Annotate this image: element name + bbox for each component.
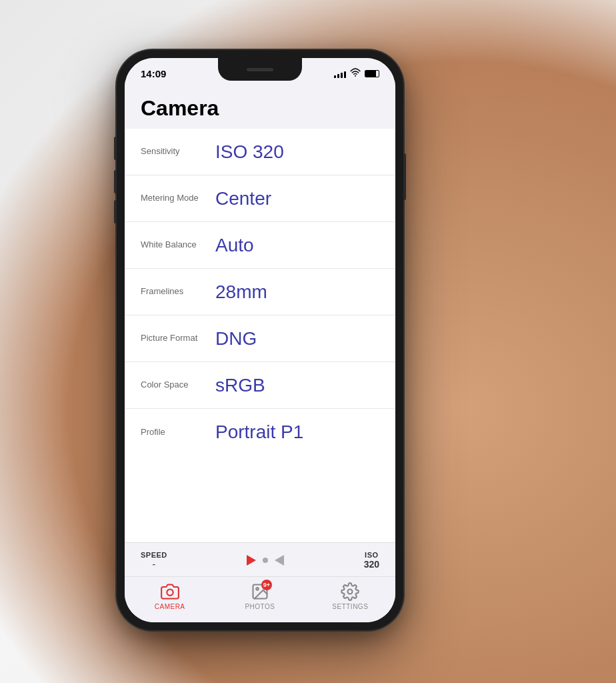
- svg-point-0: [355, 75, 356, 77]
- setting-row-color-space[interactable]: Color Space sRGB: [125, 362, 395, 409]
- photos-badge: 9+: [261, 580, 272, 590]
- scene: 14:09: [0, 0, 616, 683]
- speed-controls: [247, 555, 284, 566]
- photos-tab-label: PHOTOS: [245, 603, 275, 610]
- color-space-label: Color Space: [141, 380, 207, 391]
- settings-list: Sensitivity ISO 320 Metering Mode Center…: [125, 129, 395, 542]
- setting-row-white-balance[interactable]: White Balance Auto: [125, 222, 395, 269]
- picture-format-label: Picture Format: [141, 333, 207, 344]
- tab-settings[interactable]: SETTINGS: [327, 582, 373, 610]
- speed-bar: SPEED - ISO 320: [125, 542, 395, 576]
- speed-value: -: [153, 559, 156, 570]
- wifi-icon: [350, 67, 361, 80]
- setting-row-profile[interactable]: Profile Portrait P1: [125, 409, 395, 456]
- notch: [218, 58, 302, 81]
- tab-bar: CAMERA 9+: [125, 576, 395, 622]
- settings-tab-label: SETTINGS: [332, 603, 368, 610]
- svg-point-4: [348, 590, 353, 594]
- iso-value: 320: [364, 559, 379, 570]
- svg-point-1: [167, 590, 173, 596]
- dot-indicator: [263, 558, 268, 563]
- color-space-value: sRGB: [207, 375, 379, 396]
- speaker: [247, 68, 273, 71]
- metering-mode-value: Center: [207, 188, 379, 209]
- camera-tab-label: CAMERA: [155, 603, 185, 610]
- sensitivity-label: Sensitivity: [141, 146, 207, 157]
- speed-section: SPEED -: [141, 551, 167, 570]
- framelines-label: Framelines: [141, 286, 207, 297]
- setting-row-picture-format[interactable]: Picture Format DNG: [125, 315, 395, 362]
- photos-icon: 9+: [251, 582, 269, 601]
- settings-icon: [341, 582, 359, 601]
- phone-frame: 14:09: [117, 50, 403, 630]
- profile-label: Profile: [141, 427, 207, 438]
- tab-photos[interactable]: 9+ PHOTOS: [237, 582, 283, 610]
- phone-wrapper: 14:09: [117, 50, 403, 630]
- back-button[interactable]: [275, 555, 284, 566]
- setting-row-framelines[interactable]: Framelines 28mm: [125, 269, 395, 315]
- setting-row-metering-mode[interactable]: Metering Mode Center: [125, 175, 395, 222]
- sensitivity-value: ISO 320: [207, 141, 379, 163]
- framelines-value: 28mm: [207, 281, 379, 303]
- camera-icon: [161, 582, 179, 601]
- setting-row-sensitivity[interactable]: Sensitivity ISO 320: [125, 129, 395, 175]
- white-balance-label: White Balance: [141, 239, 207, 251]
- tab-camera[interactable]: CAMERA: [147, 582, 193, 610]
- iso-label: ISO: [365, 551, 378, 559]
- play-button[interactable]: [247, 555, 256, 566]
- picture-format-value: DNG: [207, 328, 379, 350]
- speed-label: SPEED: [141, 551, 167, 559]
- signal-icon: [334, 70, 346, 78]
- svg-point-3: [256, 588, 259, 590]
- phone-screen: 14:09: [125, 58, 395, 622]
- content-area: Camera Sensitivity ISO 320 Metering Mode…: [125, 85, 395, 622]
- status-time: 14:09: [141, 68, 166, 79]
- page-title: Camera: [125, 85, 395, 129]
- iso-section: ISO 320: [364, 551, 379, 570]
- white-balance-value: Auto: [207, 235, 379, 256]
- status-icons: [334, 67, 379, 80]
- metering-mode-label: Metering Mode: [141, 193, 207, 204]
- profile-value: Portrait P1: [207, 422, 379, 443]
- battery-icon: [365, 70, 379, 77]
